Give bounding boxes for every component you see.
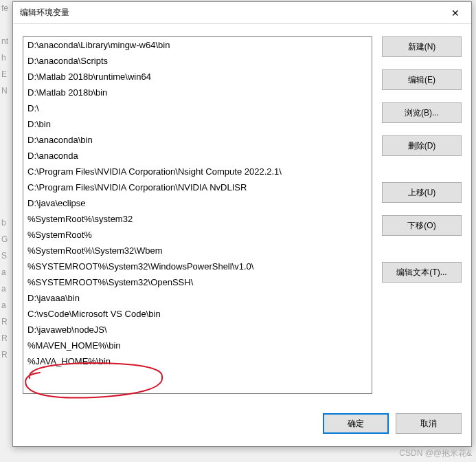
list-item[interactable]: D:\Matlab 2018b\bin [23,85,372,100]
list-item[interactable]: D:\anaconda [23,148,372,164]
list-item[interactable]: %SystemRoot%\System32\Wbem [23,243,372,258]
delete-button[interactable]: 删除(D) [382,135,462,156]
list-item[interactable]: D:\javaaa\bin [23,290,372,306]
list-item[interactable]: D:\ [23,100,372,116]
cancel-button[interactable]: 取消 [396,413,462,434]
dialog-footer: 确定 取消 [13,404,471,446]
list-item[interactable]: D:\bin [23,116,372,132]
list-item[interactable]: %SYSTEMROOT%\System32\OpenSSH\ [23,274,372,290]
dialog-content: D:\anaconda\Library\mingw-w64\bin D:\ana… [13,24,471,404]
path-listbox-container: D:\anaconda\Library\mingw-w64\bin D:\ana… [23,36,372,394]
list-item[interactable]: D:\anaconda\Library\mingw-w64\bin [23,37,372,53]
list-item[interactable]: D:\javaweb\nodeJS\ [23,322,372,338]
move-up-button[interactable]: 上移(U) [382,182,462,203]
new-button[interactable]: 新建(N) [382,36,462,57]
browse-button[interactable]: 浏览(B)... [382,102,462,123]
edit-text-button[interactable]: 编辑文本(T)... [382,262,462,283]
watermark-text: CSDN @@抱米花& [399,448,472,459]
edit-environment-variable-dialog: 编辑环境变量 ✕ D:\anaconda\Library\mingw-w64\b… [12,1,472,447]
ok-button[interactable]: 确定 [323,413,389,434]
list-item[interactable]: %SystemRoot%\system32 [23,211,372,227]
close-button[interactable]: ✕ [440,2,471,24]
path-listbox[interactable]: D:\anaconda\Library\mingw-w64\bin D:\ana… [23,37,372,393]
list-item[interactable]: C:\Program Files\NVIDIA Corporation\Nsig… [23,164,372,179]
list-item[interactable]: %JAVA_HOME%\bin [23,353,372,369]
list-item[interactable]: D:\anaconda\bin [23,132,372,148]
list-item[interactable]: D:\java\eclipse [23,195,372,211]
side-button-column: 新建(N) 编辑(E) 浏览(B)... 删除(D) 上移(U) 下移(O) 编… [382,36,462,394]
list-item[interactable]: D:\anaconda\Scripts [23,53,372,69]
edit-button[interactable]: 编辑(E) [382,69,462,90]
background-text: fe nt h E N b G S a a a R R R [0,0,8,363]
list-item[interactable]: D:\Matlab 2018b\runtime\win64 [23,69,372,85]
titlebar: 编辑环境变量 ✕ [13,2,471,24]
list-item[interactable]: %SYSTEMROOT%\System32\WindowsPowerShell\… [23,258,372,274]
list-item[interactable]: C:\vsCode\Microsoft VS Code\bin [23,306,372,322]
list-item[interactable]: %SystemRoot% [23,227,372,243]
list-item[interactable]: C:\Program Files\NVIDIA Corporation\NVID… [23,179,372,195]
close-icon: ✕ [451,8,460,19]
move-down-button[interactable]: 下移(O) [382,215,462,236]
list-item[interactable]: %MAVEN_HOME%\bin [23,338,372,353]
dialog-title: 编辑环境变量 [20,7,69,19]
